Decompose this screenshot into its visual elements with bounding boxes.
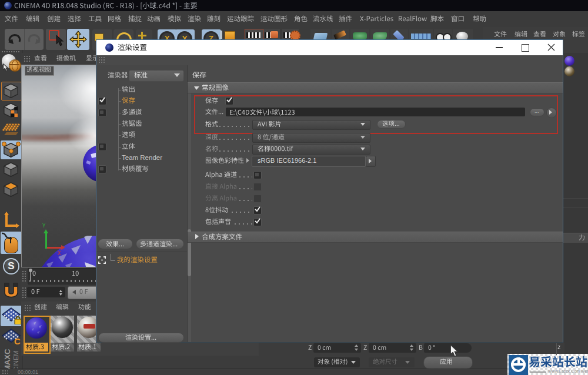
svg-text:MAXC: MAXC (3, 349, 12, 371)
svg-text:C: C (14, 336, 21, 346)
svg-text:CINEM: CINEM (12, 351, 19, 371)
